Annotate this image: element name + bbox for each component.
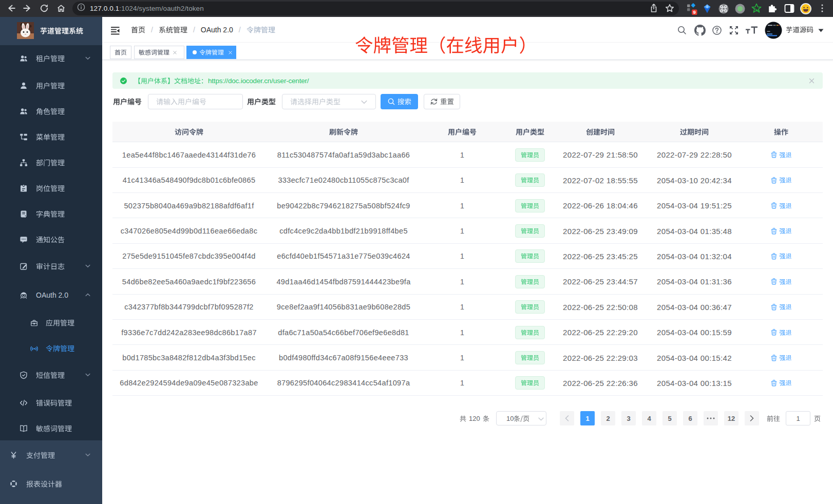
svg-text:9: 9 — [693, 9, 696, 15]
